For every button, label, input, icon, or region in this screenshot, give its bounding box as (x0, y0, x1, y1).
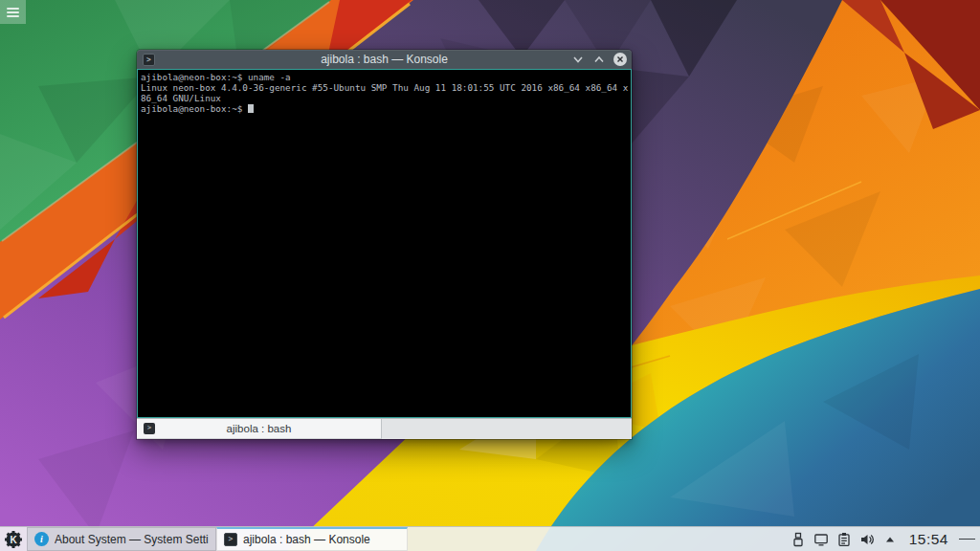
tab-label: ajibola : bash (137, 423, 381, 434)
chevron-up-icon (593, 54, 605, 65)
window-title: ajibola : bash — Konsole (137, 53, 632, 66)
system-tray: 15:54 (791, 527, 980, 551)
maximize-button[interactable] (592, 53, 606, 66)
svg-text:K: K (10, 535, 17, 545)
taskbar-task-system-settings[interactable]: i About System — System Settings ... (27, 527, 216, 551)
clipboard-icon[interactable] (836, 531, 853, 547)
display-icon[interactable] (813, 531, 830, 547)
info-icon: i (34, 532, 49, 546)
hamburger-icon (7, 6, 19, 19)
expand-tray-button[interactable] (882, 531, 899, 547)
chevron-up-icon (883, 533, 897, 546)
close-button[interactable] (613, 53, 627, 66)
terminal-line: 86_64 GNU/Linux (141, 93, 628, 103)
terminal-line: Linux neon-box 4.4.0-36-generic #55-Ubun… (141, 82, 628, 93)
konsole-app-icon: > (143, 54, 155, 66)
minimize-button[interactable] (571, 53, 585, 66)
tab-ajibola-bash[interactable]: > ajibola : bash (137, 419, 382, 439)
terminal-prompt-line: ajibola@neon-box:~$ (141, 103, 628, 114)
desktop-toolbox-button[interactable] (0, 0, 26, 24)
digital-clock[interactable]: 15:54 (905, 531, 952, 548)
chevron-down-icon (572, 54, 584, 65)
terminal-viewport[interactable]: ajibola@neon-box:~$ uname -a Linux neon-… (137, 69, 632, 418)
terminal-line: ajibola@neon-box:~$ uname -a (141, 72, 628, 82)
kde-launcher-icon: K (4, 530, 23, 549)
taskbar-task-konsole[interactable]: > ajibola : bash — Konsole (216, 527, 408, 551)
close-icon (615, 55, 625, 64)
panel-spacer (408, 527, 791, 551)
konsole-tab-bar: > ajibola : bash (137, 418, 632, 439)
audio-volume-icon[interactable] (859, 531, 876, 547)
app-launcher-button[interactable]: K (0, 527, 27, 551)
panel-settings-button[interactable] (959, 531, 975, 547)
konsole-icon: > (224, 533, 237, 546)
task-label: ajibola : bash — Konsole (243, 533, 370, 546)
window-titlebar[interactable]: ajibola : bash — Konsole > (137, 50, 632, 69)
terminal-cursor (248, 104, 254, 113)
desktop: ajibola : bash — Konsole > (0, 0, 980, 551)
taskbar-panel: K i About System — System Settings ... >… (0, 526, 980, 551)
konsole-window: ajibola : bash — Konsole > (137, 50, 632, 439)
task-label: About System — System Settings ... (55, 533, 209, 546)
device-notifier-icon[interactable] (791, 531, 807, 547)
